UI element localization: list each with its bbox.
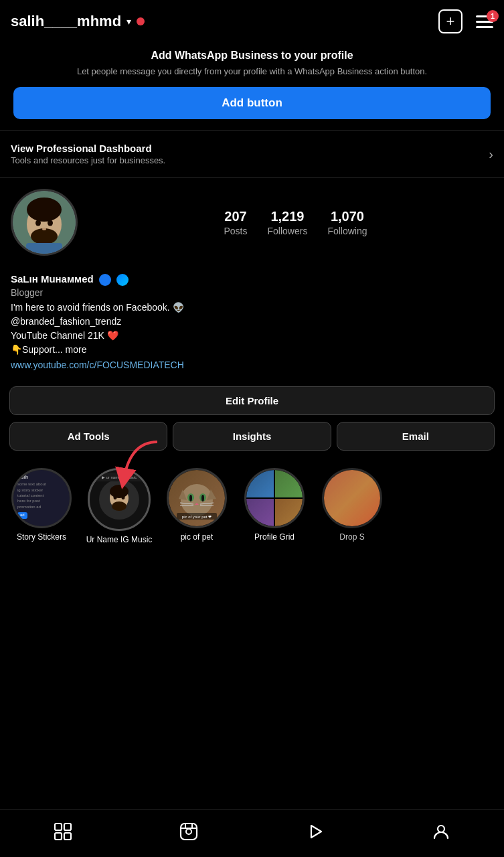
stories-row: salih some text aboutig story stickertut… (8, 468, 496, 544)
svg-point-5 (35, 220, 41, 226)
story-circle-grid (244, 468, 305, 528)
bio-text: I'm here to avoid friends on Facebook. 👽… (11, 301, 493, 357)
notification-badge: 1 (487, 10, 499, 22)
svg-point-2 (27, 198, 62, 222)
svg-point-33 (186, 829, 191, 834)
verified-badge (99, 274, 111, 286)
story-circle-ig-music: ▶ ur name ig music (88, 468, 151, 531)
whatsapp-banner: Add WhatsApp Business to your profile Le… (0, 43, 504, 131)
story-item-drop-s[interactable]: Drop S (319, 468, 386, 544)
followers-count: 1,219 (267, 209, 307, 224)
email-button[interactable]: Email (337, 422, 495, 451)
story-item-pic-of-pet[interactable]: pic of your pet ❤ pic of pet (163, 468, 230, 544)
bio-line3: YouTube Channel 21K ❤️ (11, 329, 493, 343)
avatar-image (13, 191, 76, 254)
profile-section: 207 Posts 1,219 Followers 1,070 Followin… (0, 178, 504, 273)
story-ig-music-preview: ▶ ur name ig music (90, 470, 149, 529)
bottom-nav (0, 809, 504, 857)
nav-explore-button[interactable] (292, 820, 338, 844)
dropdown-icon[interactable]: ▾ (127, 16, 131, 27)
whatsapp-title: Add WhatsApp Business to your profile (13, 50, 491, 62)
story-item-profile-grid[interactable]: Profile Grid (241, 468, 308, 544)
whatsapp-subtitle: Let people message you directly from you… (13, 66, 491, 78)
username-label[interactable]: salih____mhmd (11, 13, 121, 30)
header-right: + 1 (438, 9, 493, 33)
chevron-right-icon: › (489, 147, 493, 162)
svg-point-14 (181, 484, 213, 516)
stories-container: salih some text aboutig story stickertut… (0, 459, 504, 550)
story-label-pet: pic of pet (181, 532, 214, 542)
svg-rect-4 (26, 243, 62, 254)
posts-stat[interactable]: 207 Posts (224, 209, 247, 236)
story-circle-story-stickers: salih some text aboutig story stickertut… (11, 468, 72, 528)
profile-stats-row: 207 Posts 1,219 Followers 1,070 Followin… (11, 189, 493, 256)
avatar[interactable] (11, 189, 78, 256)
story-grid-preview (246, 470, 303, 526)
pro-dashboard-title: View Professional Dashboard (11, 143, 165, 154)
posts-count: 207 (224, 209, 247, 224)
live-dot (137, 17, 145, 25)
bio-line4: 👇Support... more (11, 343, 493, 357)
story-circle-drop (322, 468, 382, 528)
nav-reels-button[interactable] (166, 820, 212, 844)
add-whatsapp-button[interactable]: Add button (13, 87, 491, 119)
insights-button[interactable]: Insights (173, 422, 331, 451)
story-label-ig-music: Ur Name IG Music (86, 535, 153, 544)
pro-dashboard-subtitle: Tools and resources just for businesses. (11, 155, 165, 165)
svg-point-11 (112, 501, 127, 511)
grid-icon (54, 822, 72, 841)
svg-point-10 (110, 485, 129, 498)
play-icon (306, 822, 325, 841)
pro-dashboard-row[interactable]: View Professional Dashboard Tools and re… (0, 131, 504, 178)
following-stat[interactable]: 1,070 Following (327, 209, 367, 236)
svg-point-20 (201, 495, 204, 501)
following-count: 1,070 (327, 209, 367, 224)
story-label-grid: Profile Grid (254, 532, 295, 542)
story-item-story-stickers[interactable]: salih some text aboutig story stickertut… (8, 468, 75, 544)
bio-section: SaLıн Мuнaммed Blogger I'm here to avoid… (0, 273, 504, 381)
bio-website[interactable]: www.youtube.com/c/FOCUSMEDIATECH (11, 360, 493, 370)
story-drop-preview (324, 470, 380, 526)
nav-profile-button[interactable] (418, 820, 464, 844)
secondary-buttons-row: Ad Tools Insights Email (9, 422, 495, 451)
action-buttons: Edit Profile Ad Tools Insights Email (0, 381, 504, 459)
ad-tools-button[interactable]: Ad Tools (9, 422, 167, 451)
story-label-stickers: Story Stickers (17, 532, 66, 542)
bio-line2: @branded_fashion_trendz (11, 315, 493, 329)
svg-rect-32 (181, 824, 197, 840)
story-stickers-preview: salih some text aboutig story stickertut… (13, 470, 70, 526)
nav-home-button[interactable] (40, 820, 86, 844)
story-item-ig-music[interactable]: ▶ ur name ig music Ur Name IG Music (86, 468, 153, 544)
svg-point-7 (42, 228, 46, 230)
header: salih____mhmd ▾ + 1 (0, 0, 504, 43)
svg-point-3 (31, 228, 58, 244)
story-label-drop: Drop S (339, 532, 364, 542)
stories-section: salih some text aboutig story stickertut… (0, 459, 504, 550)
svg-point-13 (122, 495, 125, 499)
bio-line1: I'm here to avoid friends on Facebook. 👽 (11, 301, 493, 315)
pro-dashboard-text: View Professional Dashboard Tools and re… (11, 143, 165, 165)
svg-point-37 (438, 826, 444, 832)
display-name: SaLıн Мuнaммed (11, 273, 493, 286)
story-pet-preview: pic of your pet ❤ (169, 470, 225, 526)
svg-point-12 (114, 495, 117, 499)
svg-point-19 (189, 495, 192, 501)
plus-icon: + (446, 14, 455, 29)
following-label: Following (327, 226, 367, 236)
meta-icon (116, 274, 129, 286)
svg-rect-28 (55, 824, 62, 830)
reels-icon (179, 822, 198, 841)
followers-stat[interactable]: 1,219 Followers (267, 209, 307, 236)
stats-grid: 207 Posts 1,219 Followers 1,070 Followin… (98, 209, 493, 236)
svg-rect-30 (55, 833, 62, 840)
svg-rect-29 (64, 824, 71, 830)
svg-text:pic of your pet ❤: pic of your pet ❤ (182, 515, 212, 519)
posts-label: Posts (224, 226, 247, 236)
edit-profile-button[interactable]: Edit Profile (9, 386, 495, 415)
svg-point-6 (48, 220, 53, 226)
header-left: salih____mhmd ▾ (11, 13, 145, 30)
profile-icon (432, 822, 450, 841)
menu-button[interactable]: 1 (476, 15, 493, 28)
add-post-button[interactable]: + (438, 9, 463, 33)
svg-rect-31 (64, 833, 71, 840)
